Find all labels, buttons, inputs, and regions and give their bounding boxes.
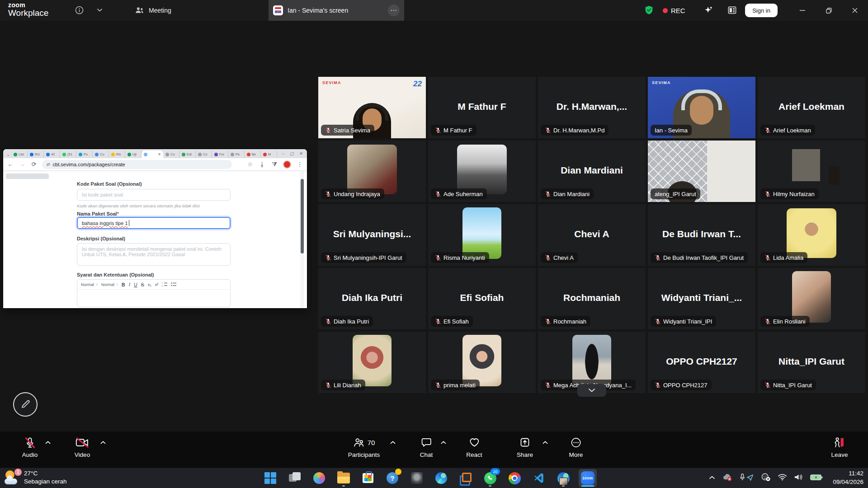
vscode-taskbar-icon[interactable]: [530, 469, 548, 487]
participant-tile[interactable]: SEVIMA22Satria Sevima: [318, 77, 426, 138]
emoji-plus-icon[interactable]: [761, 473, 771, 482]
browser-tab[interactable]: List: [11, 150, 28, 158]
more-participants-button[interactable]: [577, 384, 606, 397]
photos-app-taskbar-icon[interactable]: [408, 469, 426, 487]
browser-tab[interactable]: Be: [245, 150, 261, 158]
participant-tile[interactable]: Dian MardianiDian Mardiani: [538, 141, 646, 202]
participant-tile[interactable]: Chevi AChevi A: [538, 204, 646, 266]
bookmark-star-icon[interactable]: ☆: [246, 161, 254, 168]
participant-tile[interactable]: Nitta_IPI GarutNitta_IPI Garut: [758, 332, 865, 393]
minimize-button[interactable]: [791, 0, 814, 21]
edge-taskbar-icon[interactable]: [432, 469, 450, 487]
microsoft-store-taskbar-icon[interactable]: [359, 469, 377, 487]
participant-tile[interactable]: Undang Indrajaya: [318, 141, 426, 202]
site-settings-icon[interactable]: ⇄: [47, 162, 50, 167]
syarat-rich-text-editor[interactable]: Normal↕Normal↕BIUSx₂x²1.2.: [77, 279, 231, 307]
participant-tile[interactable]: RochmaniahRochmaniah: [538, 268, 646, 329]
chevron-down-icon[interactable]: [97, 8, 103, 12]
participant-tile[interactable]: Efi SofiahEfi Sofiah: [428, 268, 536, 329]
participants-options-chevron[interactable]: [390, 441, 396, 445]
participant-tile[interactable]: Hilmy Nurfaizan: [758, 141, 865, 202]
tab-options-ellipsis-icon[interactable]: ⋯: [388, 5, 400, 16]
editor-style-select[interactable]: Normal↕: [81, 282, 98, 287]
restore-button[interactable]: [817, 0, 840, 21]
close-button[interactable]: [844, 0, 866, 21]
get-help-taskbar-icon[interactable]: ?: [383, 469, 401, 487]
start-taskbar-icon[interactable]: [261, 469, 279, 487]
chat-options-chevron[interactable]: [441, 441, 447, 445]
editor-style-select[interactable]: Normal↕: [101, 282, 118, 287]
page-scrollbar-thumb[interactable]: [301, 179, 304, 253]
bullet-list-icon[interactable]: [171, 282, 176, 287]
audio-options-chevron[interactable]: [45, 441, 51, 445]
onedrive-error-icon[interactable]: [722, 473, 733, 482]
vmware-taskbar-icon[interactable]: [457, 469, 475, 487]
tab-close-icon[interactable]: ✕: [158, 152, 161, 156]
editor-bold-button[interactable]: B: [122, 282, 125, 287]
taskbar-clock[interactable]: 11:42 09/04/2026: [833, 469, 863, 487]
browser-tab[interactable]: Uji: [125, 150, 142, 158]
browser-tab[interactable]: Riv: [109, 150, 125, 158]
browser-tab[interactable]: Co: [163, 150, 179, 158]
browser-minimize-icon[interactable]: –: [282, 151, 284, 156]
more-button[interactable]: More: [569, 436, 583, 458]
kode-paket-input[interactable]: [77, 189, 231, 201]
editor-underline-button[interactable]: U: [134, 282, 137, 287]
participant-tile[interactable]: Lida Amalia: [758, 204, 865, 266]
editor-superscript-button[interactable]: x²: [155, 282, 159, 287]
download-icon[interactable]: ⭳: [259, 161, 266, 168]
ai-companion-icon[interactable]: [703, 5, 714, 15]
participant-tile[interactable]: M Fathur FM Fathur F: [428, 77, 536, 138]
editor-strike-button[interactable]: S: [141, 282, 144, 287]
mic-location-icon[interactable]: [740, 473, 754, 482]
browser-menu-icon[interactable]: ⋮: [296, 161, 303, 168]
participant-tile[interactable]: Sri Mulyaningsi...Sri Mulyaningsih-IPI G…: [318, 204, 426, 266]
chrome-taskbar-icon[interactable]: [505, 469, 524, 487]
deskripsi-textarea[interactable]: [77, 243, 231, 266]
video-button[interactable]: Video: [75, 436, 90, 458]
participant-tile[interactable]: OPPO CPH2127OPPO CPH2127: [648, 332, 755, 393]
browser-tab[interactable]: ✕: [142, 150, 163, 158]
zoom-taskbar-icon[interactable]: zoom: [579, 469, 597, 487]
back-icon[interactable]: ←: [7, 161, 14, 168]
participant-tile[interactable]: SEVIMAIan - Sevima: [648, 77, 755, 138]
participant-tile[interactable]: Diah Ika PutriDiah Ika Putri: [318, 268, 426, 329]
ordered-list-icon[interactable]: 1.2.: [162, 282, 167, 287]
nama-paket-input[interactable]: bahasa inggris tipe 1: [77, 217, 231, 229]
tab-search-chevron-icon[interactable]: ⌄: [5, 151, 11, 158]
weather-widget[interactable]: 1 27°C Sebagian cerah: [5, 469, 67, 485]
browser-window-controls[interactable]: – ▢ ✕: [282, 149, 305, 158]
file-explorer-taskbar-icon[interactable]: [335, 469, 353, 487]
recording-indicator[interactable]: REC: [663, 0, 685, 21]
volume-icon[interactable]: [794, 474, 803, 481]
view-layout-icon[interactable]: [727, 5, 737, 15]
page-scrollbar[interactable]: [300, 171, 304, 308]
browser-tab[interactable]: Pe: [228, 150, 245, 158]
browser-tab[interactable]: (51: [60, 150, 76, 158]
browser-tab[interactable]: 40: [44, 150, 60, 158]
chat-button[interactable]: Chat: [420, 436, 433, 458]
share-options-chevron[interactable]: [542, 441, 548, 445]
leave-button[interactable]: Leave: [831, 436, 848, 458]
share-button[interactable]: Share: [517, 436, 533, 458]
whatsapp-taskbar-icon[interactable]: 20: [481, 469, 499, 487]
browser-maximize-icon[interactable]: ▢: [290, 151, 294, 156]
participant-tile[interactable]: Arief LoekmanArief Loekman: [758, 77, 865, 138]
participants-button[interactable]: 70 Participants: [348, 436, 380, 458]
tab-screen-share[interactable]: Ian - Sevima's screen ⋯: [269, 0, 404, 21]
wifi-icon[interactable]: [778, 474, 787, 481]
video-options-chevron[interactable]: [100, 441, 106, 445]
browser-tab[interactable]: M: [261, 150, 277, 158]
info-icon[interactable]: [75, 6, 84, 14]
task-view-taskbar-icon[interactable]: [286, 469, 304, 487]
address-bar[interactable]: ⇄ cbt.sevima.com/packages/create: [42, 160, 232, 169]
battery-icon[interactable]: [810, 474, 823, 481]
participant-tile[interactable]: ateng_IPI Garut: [648, 141, 755, 202]
browser-tab[interactable]: Edi: [179, 150, 196, 158]
copilot-taskbar-icon[interactable]: [310, 469, 328, 487]
chevron-up-icon[interactable]: [709, 475, 715, 479]
browser-tab[interactable]: Co: [93, 150, 109, 158]
participant-tile[interactable]: prima melati: [428, 332, 536, 393]
sign-in-button[interactable]: Sign in: [745, 4, 778, 17]
security-shield-icon[interactable]: [644, 5, 654, 15]
